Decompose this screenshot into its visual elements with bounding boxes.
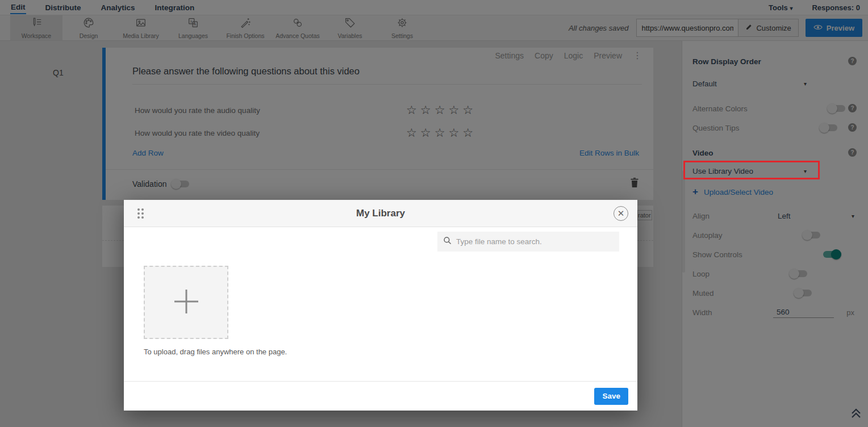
modal-body: To upload, drag files anywhere on the pa…	[124, 227, 637, 381]
search-icon	[443, 236, 452, 247]
drag-handle-icon[interactable]	[137, 208, 144, 219]
save-button[interactable]: Save	[594, 388, 628, 405]
library-search	[437, 232, 619, 252]
plus-icon	[170, 285, 203, 320]
modal-footer: Save	[124, 381, 637, 411]
upload-tile[interactable]	[144, 266, 228, 339]
highlight-box	[683, 161, 820, 179]
library-search-input[interactable]	[456, 237, 614, 246]
upload-hint-text: To upload, drag files anywhere on the pa…	[144, 348, 287, 356]
close-icon[interactable]: ✕	[614, 206, 628, 221]
modal-header: My Library ✕	[124, 200, 637, 227]
my-library-modal: My Library ✕ To upload, drag files anywh…	[124, 200, 637, 411]
modal-title: My Library	[356, 208, 405, 219]
